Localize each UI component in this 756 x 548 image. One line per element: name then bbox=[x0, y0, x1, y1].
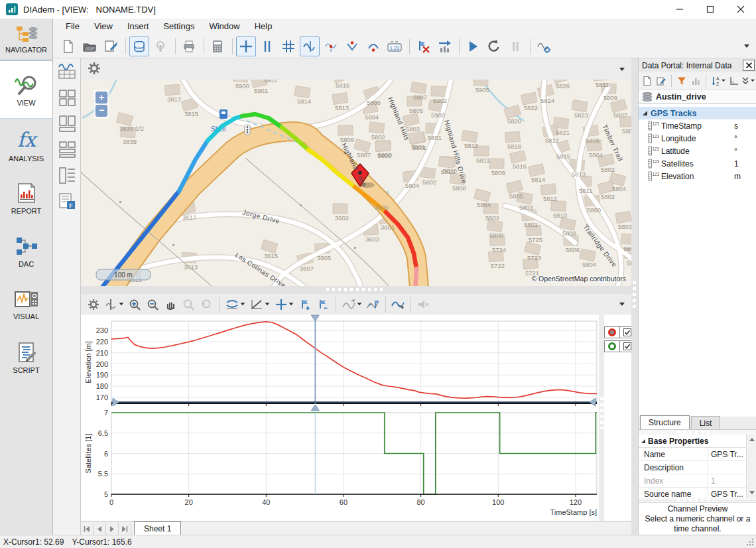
property-row-description[interactable]: Description bbox=[639, 461, 756, 474]
signal-display-icon[interactable] bbox=[57, 62, 77, 82]
next-sheet-button[interactable] bbox=[106, 523, 119, 535]
menu-view[interactable]: View bbox=[87, 19, 120, 34]
tree-expanded-icon[interactable] bbox=[643, 111, 647, 115]
menu-help[interactable]: Help bbox=[247, 19, 280, 34]
last-sheet-button[interactable] bbox=[119, 523, 131, 535]
set-flag-button[interactable] bbox=[296, 297, 314, 312]
calculator-button[interactable] bbox=[208, 36, 227, 56]
layout-list-icon[interactable] bbox=[57, 165, 77, 185]
filter-funnel-icon[interactable] bbox=[675, 74, 689, 88]
curve-transform-button[interactable] bbox=[340, 297, 363, 312]
crosshair-cursor-button[interactable] bbox=[236, 36, 256, 56]
maximize-button[interactable] bbox=[695, 0, 725, 19]
channel-latitude[interactable]: 123Latitude° bbox=[639, 145, 756, 157]
zoom-out-button[interactable] bbox=[144, 297, 161, 312]
pan-hand-icon[interactable] bbox=[162, 297, 179, 312]
scale-mode-button[interactable] bbox=[247, 297, 271, 312]
channel-statistics-button[interactable] bbox=[689, 74, 703, 88]
tab-list[interactable]: List bbox=[691, 416, 721, 429]
channel-group-gps-tracks[interactable]: GPS Tracks bbox=[639, 107, 756, 119]
menu-file[interactable]: File bbox=[58, 19, 87, 34]
menu-settings[interactable]: Settings bbox=[156, 19, 202, 34]
curve-cursor-button[interactable] bbox=[300, 36, 320, 56]
map-settings-gear-icon[interactable] bbox=[88, 62, 101, 77]
crosshair-mode-button[interactable] bbox=[272, 297, 296, 312]
sidebar-item-dac[interactable]: DAC bbox=[0, 225, 52, 278]
sidebar-item-report[interactable]: REPORT bbox=[0, 172, 52, 225]
channel-timestamp[interactable]: 123TimeStamps bbox=[639, 119, 756, 132]
chart-settings-gear-icon[interactable] bbox=[85, 297, 102, 312]
sort-channels-button[interactable]: AZ bbox=[710, 74, 727, 88]
sidebar-item-navigator[interactable]: NAVIGATOR bbox=[0, 19, 52, 60]
sidebar-item-analysis[interactable]: fx ANALYSIS bbox=[0, 119, 52, 172]
tab-sheet1[interactable]: Sheet 1 bbox=[134, 521, 181, 535]
properties-splitter[interactable] bbox=[677, 431, 714, 434]
minimum-cursor-button[interactable] bbox=[342, 36, 362, 56]
flags-to-channel-button[interactable] bbox=[434, 36, 454, 56]
chart-window-menu-icon[interactable] bbox=[619, 303, 625, 306]
close-icon[interactable] bbox=[743, 60, 755, 71]
data-root-row[interactable]: Austin_drive bbox=[639, 90, 756, 104]
scroll-up-icon[interactable] bbox=[749, 438, 755, 441]
previous-sheet-button[interactable] bbox=[94, 523, 106, 535]
new-file-button[interactable] bbox=[58, 36, 78, 56]
zoom-in-button[interactable] bbox=[126, 297, 143, 312]
channel-elevation[interactable]: 123Elevationm bbox=[639, 170, 756, 182]
close-button[interactable] bbox=[725, 0, 756, 19]
zoom-previous-button[interactable] bbox=[198, 297, 215, 312]
map-window-menu-icon[interactable] bbox=[619, 68, 625, 71]
parallel-cursors-button[interactable] bbox=[257, 36, 277, 56]
first-sheet-button[interactable] bbox=[81, 523, 94, 535]
touch-mode-button[interactable] bbox=[151, 36, 170, 56]
report-preview-icon[interactable]: F bbox=[57, 191, 77, 211]
band-cursor-button[interactable] bbox=[223, 297, 247, 312]
legend-splitter[interactable] bbox=[599, 314, 604, 521]
sidebar-item-view[interactable]: VIEW bbox=[0, 60, 52, 119]
property-row-index[interactable]: Index1 bbox=[639, 474, 756, 488]
edit-channel-button[interactable] bbox=[655, 74, 668, 88]
cursor-handle-bottom[interactable] bbox=[311, 405, 319, 411]
print-button[interactable] bbox=[179, 36, 199, 56]
numeric-display-button[interactable]: 1.23 bbox=[385, 36, 405, 56]
plot-area[interactable] bbox=[111, 321, 597, 403]
scroll-down-icon[interactable] bbox=[749, 491, 755, 494]
replay-button[interactable] bbox=[484, 36, 504, 56]
menu-insert[interactable]: Insert bbox=[120, 19, 157, 34]
pause-button[interactable] bbox=[505, 36, 525, 56]
preview-splitter[interactable] bbox=[677, 498, 714, 502]
toolbar-overflow-icon[interactable] bbox=[744, 44, 749, 48]
free-cursor-button[interactable] bbox=[321, 36, 341, 56]
delete-flags-button[interactable] bbox=[413, 36, 433, 56]
legend-item-2[interactable] bbox=[604, 340, 635, 352]
menu-window[interactable]: Window bbox=[202, 19, 247, 34]
layout-columns-icon[interactable] bbox=[57, 113, 77, 133]
cursor-mode-button[interactable] bbox=[103, 297, 125, 312]
property-row-name[interactable]: NameGPS Tr... bbox=[639, 448, 756, 461]
horizontal-splitter[interactable] bbox=[81, 286, 631, 294]
sidebar-item-script[interactable]: SCRIPT bbox=[0, 331, 52, 384]
curve-settings-button[interactable] bbox=[534, 36, 554, 56]
minimize-button[interactable] bbox=[664, 0, 695, 19]
sidebar-item-visual[interactable]: VISUAL bbox=[0, 278, 52, 331]
flag-data-points-button[interactable] bbox=[364, 297, 381, 312]
channel-satellites[interactable]: 123Satellites1 bbox=[639, 157, 756, 170]
data-viewer-button[interactable] bbox=[129, 36, 149, 56]
play-button[interactable] bbox=[463, 36, 483, 56]
layout-rows-icon[interactable] bbox=[57, 139, 77, 159]
expand-options-icon[interactable] bbox=[741, 74, 755, 88]
layout-2x2-icon[interactable] bbox=[57, 88, 77, 107]
portal-splitter[interactable] bbox=[631, 58, 638, 535]
open-file-button[interactable] bbox=[80, 36, 99, 56]
select-curve-button[interactable] bbox=[389, 297, 407, 312]
map-view[interactable]: Shell 3 bbox=[81, 80, 631, 286]
legend-item-1[interactable] bbox=[604, 326, 635, 338]
new-channel-button[interactable] bbox=[641, 74, 655, 88]
resize-grip-icon[interactable] bbox=[746, 538, 754, 546]
chart-area[interactable]: 170180190200210220230Elevation [m]55.566… bbox=[81, 314, 631, 521]
channel-longitude[interactable]: 123Longitude° bbox=[639, 132, 756, 145]
audio-mute-icon[interactable] bbox=[414, 297, 432, 312]
save-modify-button[interactable] bbox=[101, 36, 121, 56]
zoom-off-button[interactable] bbox=[180, 297, 197, 312]
delete-flag-button[interactable] bbox=[314, 297, 332, 312]
axis-assignment-button[interactable] bbox=[727, 74, 741, 88]
